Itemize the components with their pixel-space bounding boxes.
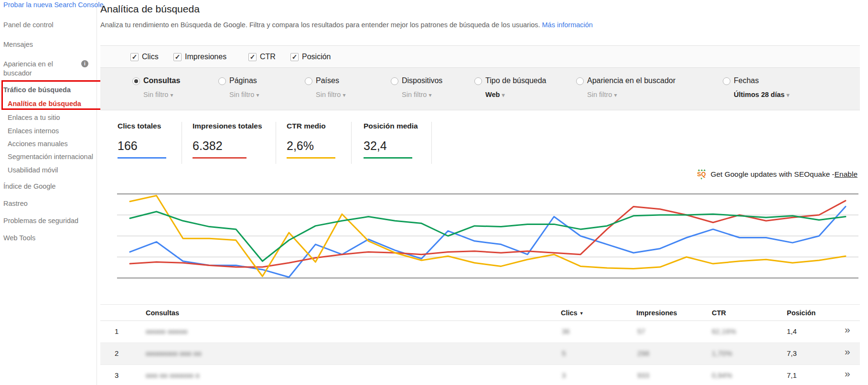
metric-separator: [351, 122, 352, 164]
table-row: 2 oooooooo ooo oo 5 298 1,70% 7,3 »: [100, 343, 860, 364]
checkbox-posicion[interactable]: ✓ Posición: [290, 53, 331, 61]
column-header-label[interactable]: Clics: [561, 309, 578, 317]
filter-label[interactable]: Tipo de búsqueda: [485, 76, 547, 85]
radio-button[interactable]: [391, 77, 398, 85]
page-description-text: Analiza tu rendimiento en Búsqueda de Go…: [100, 21, 540, 29]
checkbox-clics[interactable]: ✓ Clics: [130, 53, 159, 61]
metric-label: Posición media: [364, 122, 418, 130]
sidebar-item-problemas-de-seguridad[interactable]: Problemas de seguridad: [3, 217, 78, 225]
checkbox-icon[interactable]: ✓: [290, 53, 299, 61]
filter-dropdown[interactable]: Últimos 28 días ▾: [734, 91, 789, 98]
row-posicion: 7,1: [787, 371, 797, 379]
search-analytics-chart: [116, 191, 859, 280]
chevron-down-icon: ▾: [786, 92, 789, 98]
metric-value: 32,4: [364, 139, 418, 153]
sidebar-item-rastreo[interactable]: Rastreo: [3, 200, 28, 207]
column-header-consultas[interactable]: Consultas: [146, 309, 179, 317]
row-impresiones-redacted: 933: [637, 371, 649, 379]
checkbox-label[interactable]: CTR: [260, 53, 276, 61]
chevron-down-icon: ▾: [502, 92, 504, 98]
filter-label[interactable]: Países: [316, 76, 339, 85]
page-title: Analítica de búsqueda: [100, 3, 200, 15]
metric-value: 166: [118, 139, 166, 153]
expand-row-icon[interactable]: »: [845, 346, 849, 357]
row-posicion: 1,4: [787, 327, 797, 335]
row-query-redacted[interactable]: ooo oo oooooo o: [146, 371, 200, 379]
sidebar-item-usabilidad-movil[interactable]: Usabilidad móvil: [8, 166, 58, 174]
filter-dropdown[interactable]: Web ▾: [485, 91, 504, 98]
sidebar-item-apariencia[interactable]: Apariencia en el buscador: [3, 60, 76, 78]
metric-separator: [431, 122, 432, 164]
sidebar-item-enlaces-internos[interactable]: Enlaces internos: [8, 127, 59, 135]
checkbox-label[interactable]: Impresiones: [185, 53, 226, 61]
info-icon[interactable]: i: [81, 60, 88, 67]
expand-row-icon[interactable]: »: [845, 324, 849, 335]
column-header-posicion[interactable]: Posición: [787, 309, 815, 317]
checkbox-icon[interactable]: ✓: [130, 53, 139, 61]
metric-underline: [364, 157, 412, 159]
row-clics-redacted: 5: [562, 349, 566, 357]
checkbox-label[interactable]: Clics: [142, 53, 159, 61]
row-query-redacted[interactable]: oooooooo ooo oo: [146, 349, 202, 357]
metric-label: Impresiones totales: [193, 122, 262, 130]
filter-dropdown[interactable]: Sin filtro ▾: [316, 91, 345, 98]
filter-value[interactable]: Sin filtro: [402, 91, 427, 98]
sidebar-item-acciones-manuales[interactable]: Acciones manuales: [8, 140, 68, 148]
checkbox-impresiones[interactable]: ✓ Impresiones: [173, 53, 226, 61]
column-header-ctr[interactable]: CTR: [712, 309, 726, 317]
radio-button[interactable]: [218, 77, 226, 85]
checkbox-icon[interactable]: ✓: [173, 53, 182, 61]
sidebar-item-mensajes[interactable]: Mensajes: [3, 41, 33, 48]
filter-label[interactable]: Fechas: [734, 76, 759, 85]
sidebar-item-web-tools[interactable]: Web Tools: [3, 234, 35, 242]
filter-value[interactable]: Sin filtro: [229, 91, 254, 98]
filter-value[interactable]: Sin filtro: [143, 91, 168, 98]
sidebar-item-indice-de-google[interactable]: Índice de Google: [3, 182, 56, 190]
red-annotation-box: [1, 80, 102, 110]
expand-row-icon[interactable]: »: [845, 368, 849, 379]
metric-value: 6.382: [193, 139, 262, 153]
row-clics-redacted: 3: [562, 371, 566, 379]
filter-label[interactable]: Apariencia en el buscador: [587, 76, 675, 85]
seoquake-banner: ▲▲▲ SQ ▾ Get Google updates with SEOquak…: [696, 168, 857, 181]
radio-button[interactable]: [132, 77, 140, 85]
sort-desc-icon: ▼: [579, 311, 584, 316]
metric-label: Clics totales: [118, 122, 166, 130]
seoquake-text: Get Google updates with SEOquake -: [710, 170, 834, 179]
filter-dropdown[interactable]: Sin filtro ▾: [143, 91, 173, 98]
filter-label[interactable]: Dispositivos: [402, 76, 442, 85]
row-impresiones-redacted: 298: [637, 349, 649, 357]
filter-value[interactable]: Web: [485, 91, 500, 98]
sidebar-new-search-console-link[interactable]: Probar la nueva Search Console: [3, 1, 104, 9]
sidebar-item-segmentacion-internacional[interactable]: Segmentación internacional: [8, 153, 93, 160]
checkbox-icon[interactable]: ✓: [248, 53, 257, 61]
sidebar-item-panel-de-control[interactable]: Panel de control: [3, 21, 54, 29]
sidebar-item-enlaces-a-tu-sitio[interactable]: Enlaces a tu sitio: [8, 114, 60, 121]
filter-dropdown[interactable]: Sin filtro ▾: [587, 91, 617, 98]
filter-label[interactable]: Páginas: [229, 76, 257, 85]
more-info-link[interactable]: Más información: [542, 21, 593, 29]
page-description: Analiza tu rendimiento en Búsqueda de Go…: [100, 21, 593, 29]
filter-value[interactable]: Sin filtro: [587, 91, 612, 98]
filter-dropdown[interactable]: Sin filtro ▾: [229, 91, 259, 98]
column-header-clics[interactable]: Clics ▼: [561, 309, 584, 317]
filter-dropdown[interactable]: Sin filtro ▾: [402, 91, 431, 98]
radio-button[interactable]: [305, 77, 312, 85]
seoquake-enable-link[interactable]: Enable: [835, 170, 857, 179]
checkbox-ctr[interactable]: ✓ CTR: [248, 53, 276, 61]
radio-button[interactable]: [576, 77, 584, 85]
column-header-impresiones[interactable]: Impresiones: [636, 309, 677, 317]
filter-value[interactable]: Sin filtro: [316, 91, 341, 98]
checkbox-label[interactable]: Posición: [302, 53, 331, 61]
radio-button[interactable]: [723, 77, 730, 85]
filter-value[interactable]: Últimos 28 días: [734, 91, 784, 98]
metric-ctr-medio: CTR medio 2,6%: [287, 122, 335, 159]
table-row: 1 ooooo ooooo 36 57 62,16% 1,4 »: [100, 321, 860, 342]
radio-button[interactable]: [474, 77, 482, 85]
row-rank: 3: [115, 371, 118, 379]
filter-label[interactable]: Consultas: [143, 76, 180, 85]
metric-posicion-media: Posición media 32,4: [364, 122, 418, 159]
seoquake-icon: ▲▲▲ SQ ▾: [696, 169, 707, 180]
row-query-redacted[interactable]: ooooo ooooo: [146, 327, 188, 335]
table-header-row: Consultas Clics ▼ Impresiones CTR Posici…: [100, 304, 860, 321]
